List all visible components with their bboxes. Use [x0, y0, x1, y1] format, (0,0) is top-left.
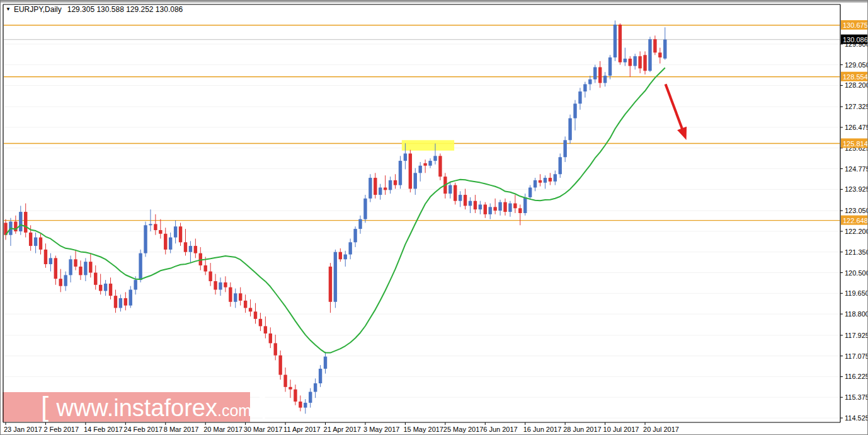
svg-text:117.075: 117.075	[845, 352, 868, 360]
chart-window: [ www.instaforex.com ]129.900129.050128.…	[0, 0, 868, 435]
svg-text:30 Mar 2017: 30 Mar 2017	[244, 426, 283, 433]
price-axis[interactable]: 129.900129.050128.200127.325126.475125.6…	[840, 20, 868, 422]
svg-text:25 May 2017: 25 May 2017	[443, 426, 484, 433]
svg-text:128.554: 128.554	[843, 73, 868, 81]
svg-text:116.225: 116.225	[845, 373, 868, 380]
svg-text:122.648: 122.648	[843, 217, 868, 224]
svg-text:122.200: 122.200	[845, 228, 868, 235]
svg-text:24 Feb 2017: 24 Feb 2017	[123, 426, 163, 433]
svg-text:14 Feb 2017: 14 Feb 2017	[84, 426, 123, 433]
svg-text:2 Feb 2017: 2 Feb 2017	[43, 426, 79, 433]
svg-text:126.475: 126.475	[845, 124, 868, 131]
svg-text:118.800: 118.800	[845, 310, 868, 318]
svg-text:124.775: 124.775	[845, 165, 868, 173]
svg-text:23 Jan 2017: 23 Jan 2017	[4, 426, 42, 433]
svg-text:119.650: 119.650	[845, 289, 868, 297]
svg-text:127.325: 127.325	[845, 103, 868, 110]
svg-text:10 Jul 2017: 10 Jul 2017	[603, 426, 639, 433]
svg-text:130.675: 130.675	[843, 21, 868, 29]
svg-text:28 Jun 2017: 28 Jun 2017	[563, 426, 602, 433]
svg-text:123.925: 123.925	[845, 185, 868, 193]
svg-text:11 Apr 2017: 11 Apr 2017	[283, 426, 321, 433]
svg-text:130.086: 130.086	[843, 36, 868, 44]
svg-text:129.050: 129.050	[845, 61, 868, 69]
price-chart[interactable]: [ www.instaforex.com ]129.900129.050128.…	[1, 1, 868, 435]
svg-text:123.050: 123.050	[845, 207, 868, 214]
svg-text:121.350: 121.350	[845, 248, 868, 256]
ohlc-values-label: 129.305 130.588 129.252 130.086	[67, 5, 183, 14]
chart-surface[interactable]	[3, 4, 840, 422]
svg-text:20 Mar 2017: 20 Mar 2017	[203, 426, 243, 433]
instaforex-watermark: [ www.instaforex.com ]	[3, 391, 267, 422]
svg-text:128.200: 128.200	[845, 81, 868, 89]
svg-text:8 Mar 2017: 8 Mar 2017	[164, 426, 199, 433]
chart-dropdown-icon[interactable]: ▼	[6, 6, 11, 12]
svg-text:15 May 2017: 15 May 2017	[403, 426, 443, 433]
chart-title: ▼EURJPY,Daily129.305 130.588 129.252 130…	[6, 5, 183, 14]
svg-text:3 May 2017: 3 May 2017	[363, 426, 399, 433]
svg-text:20 Jul 2017: 20 Jul 2017	[643, 426, 679, 433]
svg-text:117.925: 117.925	[845, 332, 868, 339]
svg-text:115.375: 115.375	[845, 393, 868, 401]
svg-text:125.814: 125.814	[843, 140, 868, 148]
svg-text:16 Jun 2017: 16 Jun 2017	[523, 426, 562, 433]
svg-text:120.500: 120.500	[845, 269, 868, 277]
svg-text:114.525: 114.525	[845, 414, 868, 422]
resistance-highlight[interactable]	[402, 140, 454, 151]
svg-text:6 Jun 2017: 6 Jun 2017	[483, 426, 517, 433]
time-axis[interactable]: 23 Jan 20172 Feb 201714 Feb 201724 Feb 2…	[4, 422, 679, 433]
symbol-timeframe-label: EURJPY,Daily	[14, 5, 62, 14]
svg-text:21 Apr 2017: 21 Apr 2017	[324, 426, 361, 433]
